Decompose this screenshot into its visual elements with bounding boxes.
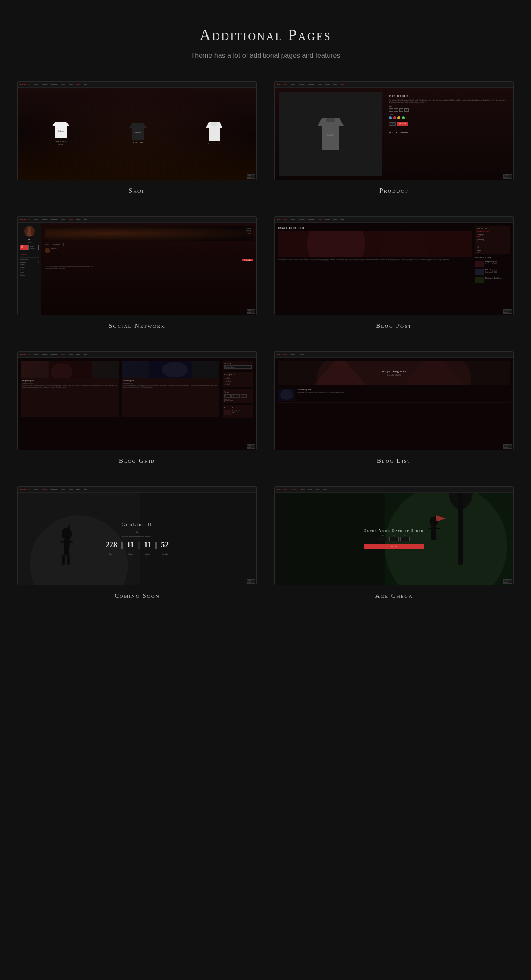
sim-nav-blog-post: GodLike Home Features Elements News Soci… — [275, 217, 513, 223]
blog-grid-main: Image Blog Post September 18, 2016 Mauri… — [21, 361, 219, 446]
svg-point-11 — [365, 231, 443, 257]
recent-post-1: Image Blog Post September 1, 2016 — [475, 261, 510, 267]
product-name: Men Hoodie — [389, 94, 507, 97]
screenshot-social[interactable]: GodLike Home Features Elements News Soci… — [17, 216, 257, 315]
age-check-enter-button[interactable]: Enter — [364, 544, 424, 549]
year-input[interactable] — [400, 537, 410, 541]
social-content: nK London Add Follow Leave Message Activ… — [18, 223, 256, 315]
hero-title: Image Blog Post — [381, 370, 407, 373]
social-main: Activity Mentions Friends Groups Show: —… — [41, 223, 256, 315]
scroll-hint-coming-soon: Get in Touch — [247, 579, 255, 584]
screenshot-blog-post[interactable]: GodLike Home Features Elements News Soci… — [274, 216, 514, 315]
blog-post-title: Image Blog Post — [278, 226, 472, 229]
shop-item-2: GodLike Men Tshirt — [129, 123, 147, 144]
product-caption: Product — [379, 187, 409, 195]
page-wrapper: Additional Pages Theme has a lot of addi… — [0, 0, 531, 634]
countdown-hours: 11 Minutes — [127, 541, 134, 556]
grid-item-blog-grid: GodLike Home Features Elements News Soci… — [17, 351, 257, 465]
shop-caption: Shop — [129, 187, 145, 195]
scroll-hint-blog-list: Get in Touch — [503, 444, 512, 449]
svg-rect-7 — [326, 118, 335, 122]
page-title: Additional Pages — [17, 26, 514, 44]
svg-rect-42 — [435, 515, 436, 531]
screenshots-grid: GodLike Home Features Elements News Soci… — [17, 81, 514, 600]
screenshot-age-check[interactable]: GodLike GodLike News Social Store Attras — [274, 486, 514, 585]
svg-rect-41 — [436, 528, 440, 529]
svg-rect-31 — [67, 555, 70, 564]
coming-soon-desc: You don't get to be great without a vict… — [106, 535, 169, 537]
product-content: GodLike Men Hoodie And gathering. Form h… — [275, 88, 513, 180]
coming-soon-game-title: GodLike II — [106, 521, 169, 528]
grid-item-social: GodLike Home Features Elements News Soci… — [17, 216, 257, 330]
screenshot-product[interactable]: GodLike Home Features Elements News Soci… — [274, 81, 514, 180]
recent-post-3: Blockquote Blog Post... — [475, 277, 510, 283]
screenshot-blog-grid[interactable]: GodLike Home Features Elements News Soci… — [17, 351, 257, 450]
quantity-and-cart: 1 Add to Cart — [389, 122, 507, 126]
search-input[interactable]: Type something... — [224, 365, 252, 369]
sim-nav-blog-grid: GodLike Home Features Elements News Soci… — [18, 352, 256, 358]
sim-nav-product: GodLike Home Features Elements News Soci… — [275, 82, 513, 88]
blog-list-caption: Blog List — [377, 457, 411, 465]
hoodie-dark-icon: GodLike — [318, 118, 344, 150]
blog-search: Search Type something... — [223, 361, 253, 370]
grid-item-blog-post: GodLike Home Features Elements News Soci… — [274, 216, 514, 330]
blog-main: Image Blog Post How were your GodLike an… — [278, 226, 472, 311]
svg-marker-12 — [331, 231, 361, 254]
age-check-center: Enter Your Date of Birth Month Day — [364, 529, 424, 549]
shop-content: GodLike Women Tshirt $67.00 GodLike — [18, 88, 256, 180]
size-selector: S M L XL — [389, 108, 507, 112]
age-check-caption: Age Check — [375, 592, 412, 600]
social-cover: Activity Mentions Friends Groups — [45, 226, 253, 241]
profile-picture — [24, 226, 35, 237]
svg-text:GodLike: GodLike — [327, 134, 335, 136]
blog-grid-item-2: Video Blog Post September 15, 2016 Nec p… — [122, 361, 220, 417]
svg-point-26 — [62, 528, 72, 540]
blog-list-hero: Image Blog Post September 18, 2016 — [278, 361, 510, 385]
blog-grid-sidebar: Search Type something... Categories — Ar… — [223, 361, 253, 446]
scroll-hint-social: Get in Touch — [247, 309, 255, 314]
grid-item-shop: GodLike Home Features Elements News Soci… — [17, 81, 257, 195]
screenshot-coming-soon[interactable]: GodLike Home Features Elements News Soci… — [17, 486, 257, 585]
grid-item-coming-soon: GodLike Home Features Elements News Soci… — [17, 486, 257, 600]
svg-point-10 — [297, 231, 414, 257]
scroll-hint: Get in Touch — [247, 174, 255, 179]
day-input[interactable] — [389, 537, 399, 541]
countdown-seconds: 52 Seconds — [161, 541, 169, 556]
nav-logo: GodLike — [20, 83, 30, 85]
svg-rect-30 — [62, 555, 65, 564]
svg-rect-9 — [278, 231, 472, 257]
hoodie-white-icon — [206, 122, 222, 141]
post-avatar — [45, 248, 50, 253]
product-image: GodLike — [279, 92, 382, 176]
header-section: Additional Pages Theme has a lot of addi… — [17, 26, 514, 60]
recent-posts-widget: Recent Posts Image Blog PostSept... — [223, 405, 253, 418]
svg-rect-40 — [428, 528, 431, 529]
svg-point-16 — [162, 362, 187, 377]
grid-item-product: GodLike Home Features Elements News Soci… — [274, 81, 514, 195]
svg-rect-28 — [60, 541, 64, 543]
grid-item-age-check: GodLike GodLike News Social Store Attras — [274, 486, 514, 600]
age-check-content: Enter Your Date of Birth Month Day — [275, 493, 513, 585]
age-inputs: Month Day Year — [364, 535, 424, 541]
social-caption: Social Network — [109, 322, 166, 330]
month-input[interactable] — [378, 537, 387, 541]
screenshot-blog-list[interactable]: GodLike Home Contact — [274, 351, 514, 450]
product-info: Men Hoodie And gathering. Form his gathe… — [387, 92, 509, 176]
blog-list-item-title-2: Video Blog Post — [297, 389, 345, 391]
blog-post-content: Image Blog Post How were your GodLike an… — [275, 223, 513, 315]
blog-grid-content: Image Blog Post September 18, 2016 Mauri… — [18, 358, 256, 450]
social-sidebar: nK London Add Follow Leave Message Activ… — [18, 223, 41, 315]
recent-post-2: Video Blog Post September 3, 2016 — [475, 269, 510, 275]
blog-grid-item-1: Image Blog Post September 18, 2016 Mauri… — [21, 361, 119, 417]
screenshot-shop[interactable]: GodLike Home Features Elements News Soci… — [17, 81, 257, 180]
tshirt-black-icon: GodLike — [129, 123, 147, 140]
categories-widget: Categories — Articles — Live News — Life… — [223, 372, 253, 387]
blog-list-item-2: Video Blog Post Lorem ipsum dolor sit am… — [278, 387, 510, 403]
blog-grid-caption: Blog Grid — [119, 457, 155, 465]
sim-nav-shop: GodLike Home Features Elements News Soci… — [18, 82, 256, 88]
sim-nav-coming-soon: GodLike Home Features Elements News Soci… — [18, 487, 256, 493]
scroll-hint-product: Get in Touch — [503, 174, 512, 179]
scroll-hint-blog: Get in Touch — [503, 309, 512, 314]
tshirt-white-icon: GodLike — [52, 122, 70, 138]
shop-item-1: GodLike Women Tshirt $67.00 — [52, 122, 70, 145]
